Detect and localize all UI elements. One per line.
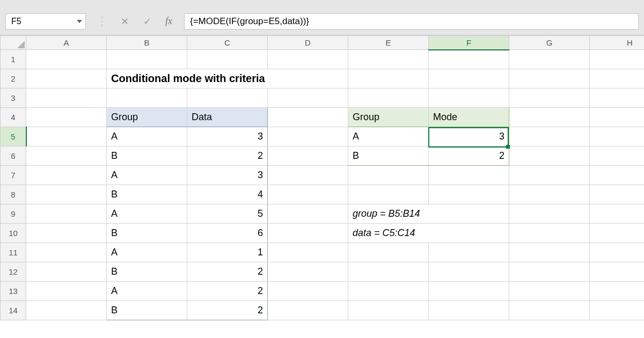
sheet-area: A B C D E F G H 1 2 Conditional mode wit… — [0, 35, 644, 320]
row-header-12[interactable]: 12 — [1, 262, 26, 282]
name-box-value: F5 — [11, 17, 21, 26]
row-header-7[interactable]: 7 — [1, 166, 26, 185]
row-5: 5 A 3 A 3 — [1, 127, 645, 146]
note-line-2: data = C5:C14 — [348, 224, 509, 243]
row-header-13[interactable]: 13 — [1, 282, 26, 301]
col-header-H[interactable]: H — [590, 36, 645, 50]
cell-B10: B — [107, 224, 187, 243]
cancel-formula-button[interactable]: ✕ — [118, 16, 131, 27]
row-1: 1 — [1, 50, 645, 69]
table1-header-group: Group — [107, 108, 187, 127]
col-header-A[interactable]: A — [26, 36, 107, 50]
col-header-F[interactable]: F — [429, 36, 509, 50]
cell-F5: 3 — [429, 127, 509, 146]
row-header-2[interactable]: 2 — [1, 69, 26, 89]
row-header-14[interactable]: 14 — [1, 301, 26, 320]
fx-icon[interactable]: fx — [163, 16, 174, 27]
row-header-1[interactable]: 1 — [1, 50, 26, 69]
col-header-B[interactable]: B — [107, 36, 187, 50]
row-header-4[interactable]: 4 — [1, 108, 26, 127]
row-14: 14 B 2 — [1, 301, 645, 320]
cell-B11: A — [107, 243, 187, 262]
formula-bar[interactable]: {=MODE(IF(group=E5,data))} — [184, 13, 639, 30]
cell-B8: B — [107, 185, 187, 204]
spreadsheet-grid[interactable]: A B C D E F G H 1 2 Conditional mode wit… — [0, 35, 644, 320]
col-header-E[interactable]: E — [348, 36, 429, 50]
cell-C12: 2 — [187, 262, 268, 282]
row-13: 13 A 2 — [1, 282, 645, 301]
col-header-D[interactable]: D — [268, 36, 348, 50]
cell-C6: 2 — [187, 146, 268, 166]
cell-C5: 3 — [187, 127, 268, 146]
col-header-G[interactable]: G — [509, 36, 590, 50]
cell-B12: B — [107, 262, 187, 282]
row-3: 3 — [1, 89, 645, 108]
cell-B7: A — [107, 166, 187, 185]
row-header-5[interactable]: 5 — [1, 127, 26, 146]
cell-E5: A — [348, 127, 429, 146]
table2-header-mode: Mode — [429, 108, 509, 127]
cell-B14: B — [107, 301, 187, 320]
row-8: 8 B 4 — [1, 185, 645, 204]
select-all-corner[interactable] — [1, 36, 26, 50]
cell-C13: 2 — [187, 282, 268, 301]
row-header-9[interactable]: 9 — [1, 204, 26, 224]
row-9: 9 A 5 group = B5:B14 — [1, 204, 645, 224]
table2-header-group: Group — [348, 108, 429, 127]
page-title: Conditional mode with criteria — [107, 69, 348, 89]
cell-C10: 6 — [187, 224, 268, 243]
row-4: 4 Group Data Group Mode — [1, 108, 645, 127]
formula-toolbar: F5 ⋮ ✕ ✓ fx {=MODE(IF(group=E5,data))} — [0, 0, 644, 35]
note-line-1: group = B5:B14 — [348, 204, 509, 224]
cell-C14: 2 — [187, 301, 268, 320]
cell-C7: 3 — [187, 166, 268, 185]
row-12: 12 B 2 — [1, 262, 645, 282]
row-2: 2 Conditional mode with criteria — [1, 69, 645, 89]
cell-C11: 1 — [187, 243, 268, 262]
column-header-row: A B C D E F G H — [1, 36, 645, 50]
vertical-dots-icon[interactable]: ⋮ — [96, 14, 108, 28]
chevron-down-icon[interactable] — [77, 20, 82, 23]
cell-B6: B — [107, 146, 187, 166]
row-header-8[interactable]: 8 — [1, 185, 26, 204]
row-header-3[interactable]: 3 — [1, 89, 26, 108]
row-header-6[interactable]: 6 — [1, 146, 26, 166]
row-6: 6 B 2 B 2 — [1, 146, 645, 166]
cell-F6: 2 — [429, 146, 509, 166]
cell-E6: B — [348, 146, 429, 166]
row-7: 7 A 3 — [1, 166, 645, 185]
row-header-10[interactable]: 10 — [1, 224, 26, 243]
cell-C8: 4 — [187, 185, 268, 204]
cell-B5: A — [107, 127, 187, 146]
cell-B9: A — [107, 204, 187, 224]
confirm-formula-button[interactable]: ✓ — [141, 16, 153, 27]
row-10: 10 B 6 data = C5:C14 — [1, 224, 645, 243]
formula-text: {=MODE(IF(group=E5,data))} — [190, 16, 309, 27]
row-header-11[interactable]: 11 — [1, 243, 26, 262]
cell-C9: 5 — [187, 204, 268, 224]
row-11: 11 A 1 — [1, 243, 645, 262]
col-header-C[interactable]: C — [187, 36, 268, 50]
name-box[interactable]: F5 — [5, 13, 86, 30]
cell-B13: A — [107, 282, 187, 301]
table1-header-data: Data — [187, 108, 268, 127]
